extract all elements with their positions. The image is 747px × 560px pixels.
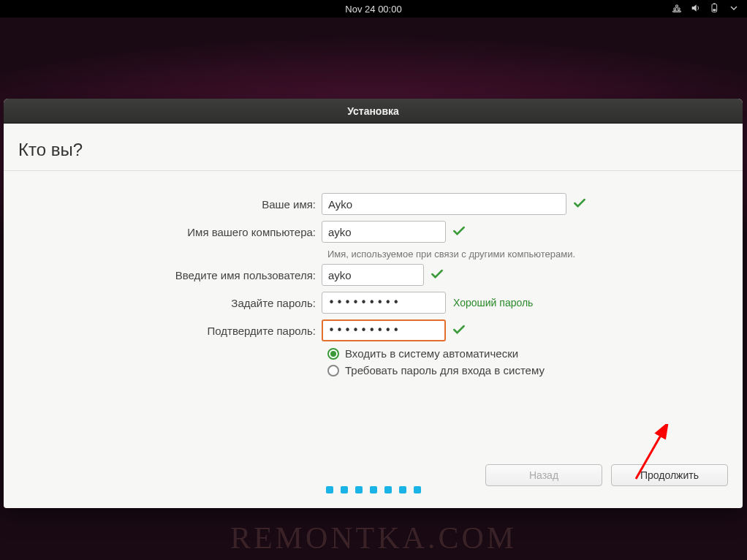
- pager-dot: [399, 486, 406, 493]
- password-input[interactable]: [322, 292, 446, 314]
- check-icon: [572, 196, 587, 213]
- name-input[interactable]: [322, 193, 566, 215]
- hostname-input[interactable]: [322, 221, 446, 243]
- system-tray[interactable]: [671, 2, 740, 16]
- check-icon: [452, 224, 466, 241]
- clock: Nov 24 00:00: [345, 4, 401, 15]
- hostname-label: Имя вашего компьютера:: [4, 226, 322, 238]
- username-label: Введите имя пользователя:: [4, 269, 322, 281]
- volume-icon[interactable]: [690, 2, 702, 16]
- name-label: Ваше имя:: [4, 198, 322, 211]
- pager-dot: [341, 486, 348, 493]
- chevron-down-icon[interactable]: [728, 2, 740, 16]
- watermark: REMONTKA.COM: [0, 521, 747, 556]
- check-icon: [430, 267, 444, 284]
- check-icon: [452, 322, 466, 339]
- password-strength: Хороший пароль: [453, 297, 533, 309]
- hostname-hint: Имя, используемое при связи с другими ко…: [327, 249, 743, 260]
- confirm-label: Подтвердите пароль:: [4, 325, 322, 337]
- user-form: Ваше имя: Имя вашего компьютера: Имя, ис…: [4, 171, 743, 381]
- window-title: Установка: [347, 105, 399, 117]
- pager-dot: [355, 486, 363, 493]
- pager-dot: [326, 486, 333, 493]
- login-auto-label: Входить в систему автоматически: [345, 347, 518, 360]
- step-pager: [4, 486, 743, 493]
- login-auto-option[interactable]: Входить в систему автоматически: [327, 347, 743, 360]
- svg-rect-2: [713, 9, 716, 11]
- system-topbar: Nov 24 00:00: [0, 0, 747, 18]
- username-input[interactable]: [322, 264, 424, 286]
- login-require-option[interactable]: Требовать пароль для входа в систему: [327, 364, 743, 377]
- window-titlebar[interactable]: Установка: [4, 99, 743, 124]
- battery-icon[interactable]: [709, 2, 721, 16]
- installer-window: Установка Кто вы? Ваше имя: Имя вашего к…: [4, 99, 743, 508]
- confirm-password-input[interactable]: [322, 319, 446, 341]
- svg-rect-1: [713, 3, 716, 4]
- login-require-label: Требовать пароль для входа в систему: [345, 364, 545, 377]
- back-button[interactable]: Назад: [485, 464, 602, 486]
- page-title: Кто вы?: [4, 124, 743, 171]
- pager-dot: [384, 486, 392, 493]
- continue-button[interactable]: Продолжить: [611, 464, 728, 486]
- radio-icon: [327, 348, 339, 360]
- password-label: Задайте пароль:: [4, 297, 322, 309]
- network-icon[interactable]: [671, 2, 683, 16]
- radio-icon: [327, 365, 339, 377]
- pager-dot: [370, 486, 377, 493]
- login-options: Входить в систему автоматически Требоват…: [327, 347, 743, 377]
- pager-dot: [414, 486, 421, 493]
